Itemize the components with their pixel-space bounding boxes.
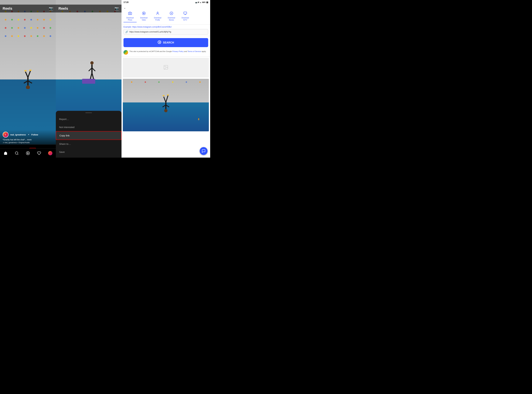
hold — [18, 27, 19, 29]
stories-tab-icon — [170, 11, 173, 16]
heart-nav-icon — [37, 151, 41, 155]
sheet-item-share[interactable]: Share to… — [56, 140, 121, 148]
hold — [37, 27, 38, 29]
ad-placeholder — [123, 58, 209, 78]
content-area: 🧍 — [121, 57, 210, 158]
wifi-icon-3: WiFi — [202, 1, 206, 3]
terms-of-service-link[interactable]: Terms of Service — [188, 50, 201, 52]
nav-home[interactable] — [1, 149, 10, 157]
svg-point-25 — [157, 12, 158, 13]
hold — [43, 35, 45, 37]
preview-hold — [131, 81, 132, 83]
wall-holds-1 — [3, 8, 53, 40]
gymnast-standing-svg — [88, 60, 96, 82]
igtv-tab-label: Download IGTV — [182, 17, 189, 21]
sheet-item-copy-link[interactable]: Copy link — [56, 131, 121, 140]
sheet-handle — [85, 113, 92, 113]
privacy-policy-link[interactable]: Privacy Policy — [172, 50, 183, 52]
tab-download-photo[interactable]: Download Photo — [124, 10, 137, 22]
svg-point-14 — [90, 61, 94, 65]
hold — [5, 19, 6, 21]
nav-reels[interactable] — [24, 149, 32, 157]
profile-tab-icon — [156, 11, 159, 16]
panel-instagram-1: 17:20 📷 M ▲ WiFi ⬛ Reels 📷 — [0, 0, 56, 158]
url-input-bar[interactable]: 🔗 https://www.instagram.com/reel/CLaAiU6… — [124, 29, 208, 35]
sheet-item-not-interested[interactable]: Not interested — [56, 123, 121, 131]
recaptcha-logo — [124, 50, 128, 55]
hold — [30, 27, 32, 29]
svg-point-36 — [164, 109, 167, 112]
hold — [30, 35, 32, 37]
user-tab-svg — [156, 11, 159, 15]
hold — [50, 35, 51, 37]
igtv-tab-icon — [183, 11, 187, 16]
post-caption: *Gravity has left the chat*... more — [3, 139, 53, 141]
nav-profile[interactable] — [46, 149, 54, 157]
bottom-nav — [0, 148, 56, 158]
chat-icon — [202, 149, 206, 153]
sheet-item-save[interactable]: Save — [56, 148, 121, 156]
photo-tab-label: Download Photo — [126, 17, 134, 21]
username[interactable]: real_igreatness — [10, 134, 26, 136]
video-tab-label: Download Video — [140, 17, 147, 21]
search-btn-icon — [158, 40, 161, 45]
nav-heart[interactable] — [35, 149, 43, 157]
svg-line-40 — [164, 97, 166, 103]
user-row: r real_igreatness • Follow — [3, 132, 53, 138]
hold — [11, 27, 13, 29]
avatar: r — [3, 132, 9, 138]
panel-instagram-2: 17:19 M ◆ • ▲ ⬛ Reels 📷 — [56, 0, 121, 158]
video-tab-icon — [142, 11, 146, 16]
preview-hold — [199, 81, 201, 83]
tab-download-video[interactable]: Download Video — [137, 10, 150, 22]
reels-nav-icon — [26, 151, 30, 155]
url-example-text: Example: https://www.instagram.com/p/BnC… — [124, 26, 208, 28]
photo-tab-icon — [128, 11, 132, 16]
preview-hold — [158, 81, 160, 83]
nav-search[interactable] — [13, 149, 21, 157]
browser-content: 17:20 📷 M ▲ WiFi ⬛ ⌄ Download Photo — [121, 0, 210, 158]
preview-hold — [145, 81, 146, 83]
recaptcha-text: This site is protected by reCAPTCHA and … — [129, 50, 206, 53]
tab-download-profile[interactable]: Download Profile — [151, 10, 164, 22]
reels-title-1: Reels — [3, 6, 12, 11]
status-bar-3: 17:20 📷 M ▲ WiFi ⬛ — [121, 0, 210, 5]
stories-tab-svg — [170, 11, 173, 15]
camera-icon-2[interactable]: 📷 — [115, 6, 119, 11]
preview-gymnast — [162, 94, 170, 113]
hold — [50, 19, 51, 21]
preview-wall-holds — [123, 79, 209, 85]
svg-point-22 — [129, 13, 130, 14]
chat-bubble[interactable] — [200, 147, 208, 155]
mail-status-icon-3: M — [198, 1, 199, 3]
hold — [50, 27, 51, 29]
tab-download-stories[interactable]: Download Stories — [165, 10, 178, 22]
profile-tab-label: Download Profile — [154, 17, 161, 21]
play-tab-svg — [142, 11, 146, 15]
video-background-1 — [0, 0, 56, 145]
svg-rect-7 — [29, 70, 31, 71]
top-bar-2: Reels 📷 — [56, 5, 121, 12]
svg-rect-29 — [184, 12, 187, 14]
follow-button[interactable]: Follow — [31, 134, 38, 136]
hold — [24, 27, 26, 29]
url-input-value[interactable]: https://www.instagram.com/reel/CLaAiU6jf… — [129, 31, 206, 33]
sheet-item-report[interactable]: Report… — [56, 115, 121, 123]
top-bar-1: Reels 📷 — [0, 5, 56, 12]
search-button[interactable]: SEARCH — [124, 38, 208, 47]
search-section: SEARCH — [121, 36, 210, 49]
bottom-overlay-1: r real_igreatness • Follow *Gravity has … — [0, 130, 56, 145]
gymnast-svg — [23, 69, 33, 89]
camera-status-icon-3: 📷 — [195, 1, 197, 3]
browser-chevron-button[interactable]: ⌄ — [124, 6, 208, 10]
hold — [37, 35, 38, 37]
igtv-tab-svg — [183, 11, 187, 15]
camera-icon-1[interactable]: 📷 — [49, 6, 53, 11]
stories-tab-label: Download Stories — [168, 17, 175, 21]
ad-placeholder-icon — [163, 65, 168, 71]
tab-download-igtv[interactable]: Download IGTV — [179, 10, 192, 22]
preview-gymnast-svg — [162, 94, 170, 112]
arrow-right-circle-icon — [158, 40, 161, 44]
svg-rect-42 — [162, 95, 165, 96]
hold — [30, 19, 32, 21]
